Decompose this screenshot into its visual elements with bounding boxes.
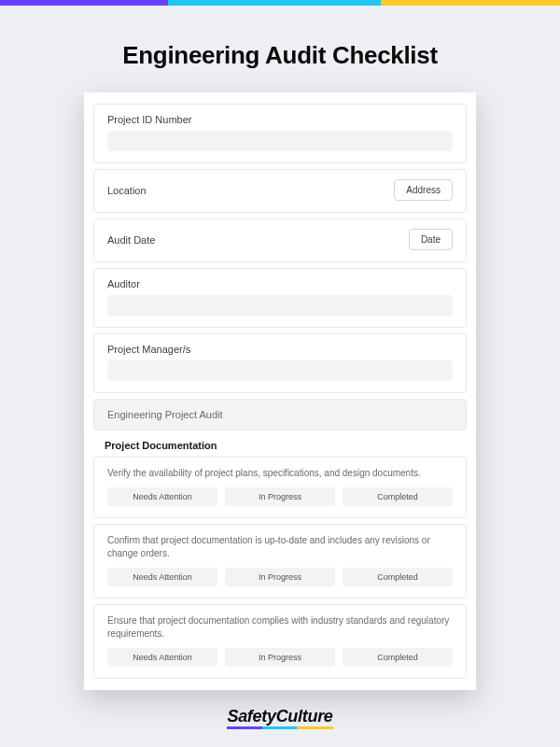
field-auditor: Auditor	[93, 268, 467, 328]
section-banner: Engineering Project Audit	[93, 399, 467, 430]
project-managers-input[interactable]	[107, 360, 453, 381]
address-chip-button[interactable]: Address	[394, 179, 453, 201]
option-row: Needs Attention In Progress Completed	[107, 648, 453, 667]
option-needs-attention[interactable]: Needs Attention	[107, 648, 217, 667]
field-label: Location	[107, 185, 147, 196]
option-needs-attention[interactable]: Needs Attention	[107, 568, 217, 586]
field-location: Location Address	[93, 169, 467, 213]
field-label: Project Manager/s	[107, 344, 453, 355]
form-panel: Project ID Number Location Address Audit…	[84, 92, 476, 690]
page-title: Engineering Audit Checklist	[0, 41, 560, 70]
option-in-progress[interactable]: In Progress	[225, 648, 335, 667]
project-id-input[interactable]	[107, 131, 453, 151]
question-text: Verify the availability of project plans…	[107, 467, 453, 480]
option-completed[interactable]: Completed	[343, 568, 453, 586]
question-card: Confirm that project documentation is up…	[93, 524, 467, 599]
option-completed[interactable]: Completed	[343, 487, 453, 506]
option-row: Needs Attention In Progress Completed	[107, 487, 453, 506]
question-text: Ensure that project documentation compli…	[107, 614, 453, 641]
brand-logo: SafetyCulture	[227, 707, 332, 726]
date-chip-button[interactable]: Date	[409, 229, 453, 250]
field-label: Project ID Number	[107, 114, 453, 125]
field-label: Auditor	[107, 278, 453, 289]
question-card: Verify the availability of project plans…	[93, 457, 467, 518]
field-project-managers: Project Manager/s	[93, 333, 467, 393]
field-project-id: Project ID Number	[93, 104, 467, 163]
question-card: Ensure that project documentation compli…	[93, 604, 467, 679]
option-in-progress[interactable]: In Progress	[225, 487, 335, 506]
field-audit-date: Audit Date Date	[93, 218, 467, 262]
field-label: Audit Date	[107, 234, 155, 246]
brand-footer: SafetyCulture	[0, 707, 560, 726]
option-completed[interactable]: Completed	[343, 648, 453, 667]
subsection-title: Project Documentation	[105, 440, 455, 451]
top-gradient-bar	[0, 0, 560, 6]
auditor-input[interactable]	[107, 295, 453, 316]
option-needs-attention[interactable]: Needs Attention	[107, 487, 217, 506]
option-row: Needs Attention In Progress Completed	[107, 568, 453, 586]
question-text: Confirm that project documentation is up…	[107, 534, 453, 560]
option-in-progress[interactable]: In Progress	[225, 568, 335, 586]
